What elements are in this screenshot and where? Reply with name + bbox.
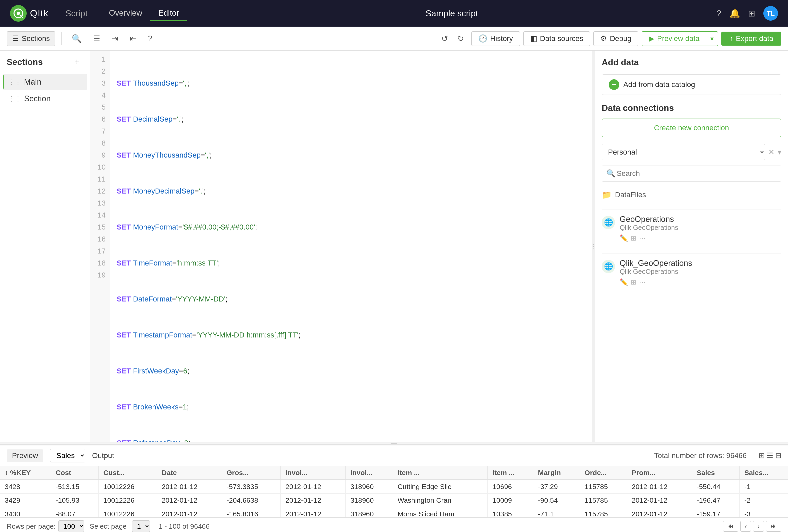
qlik-logo-icon [10, 5, 27, 22]
list-view-icon[interactable]: ☰ [767, 451, 773, 460]
filter-select[interactable]: Personal [602, 144, 765, 160]
preview-label[interactable]: Preview [7, 449, 43, 462]
table-view-icon[interactable]: ⊟ [775, 451, 781, 460]
datasources-button[interactable]: ◧ Data sources [523, 31, 590, 46]
redo-button[interactable]: ↻ [453, 31, 468, 46]
col-invoi1-header[interactable]: Invoi... [281, 466, 346, 480]
avatar[interactable]: TL [763, 6, 778, 21]
col-cust-header[interactable]: Cust... [99, 466, 157, 480]
col-orde-header[interactable]: Orde... [580, 466, 627, 480]
col-invoi2-header[interactable]: Invoi... [346, 466, 393, 480]
table-cell: -165.8016 [222, 507, 281, 518]
table-cell: Moms Sliced Ham [393, 507, 488, 518]
help-button[interactable]: ? [144, 31, 156, 46]
table-cell: -71.1 [533, 507, 580, 518]
last-page-btn[interactable]: ⏭ [766, 521, 781, 532]
output-label: Output [92, 451, 114, 460]
geooperations-section: 🌐 GeoOperations Qlik GeoOperations ✏️ ⊞ … [602, 209, 781, 247]
section-label: Section [24, 94, 51, 103]
col-date-header[interactable]: Date [157, 466, 222, 480]
nav-editor[interactable]: Editor [150, 6, 187, 21]
conn-more-icon-2[interactable]: ⋯ [639, 278, 646, 286]
preview-dropdown-button[interactable]: ▾ [706, 31, 718, 46]
rows-per-page-select[interactable]: 100 [58, 520, 84, 532]
page-select[interactable]: 1 [132, 520, 150, 532]
folder-icon: 📁 [602, 190, 612, 200]
preview-data-button[interactable]: ▶ Preview data [642, 31, 706, 46]
col-key-header: %KEY [10, 469, 31, 476]
table-row: 3428-513.15100122262012-01-12-573.383520… [0, 480, 788, 494]
conn-more-icon[interactable]: ⋯ [639, 234, 646, 242]
search-input[interactable] [602, 166, 781, 182]
datasources-icon: ◧ [530, 34, 537, 43]
indent-button[interactable]: ⇥ [108, 31, 122, 46]
sections-button[interactable]: ☰ Sections [7, 31, 55, 46]
conn-select-icon[interactable]: ⊞ [631, 234, 636, 242]
table-cell: -159.17 [692, 507, 739, 518]
col-salesx-header[interactable]: Sales... [740, 466, 788, 480]
filter-clear-icon[interactable]: ✕ [768, 148, 774, 157]
sidebar-item-section[interactable]: ⋮⋮ Section [3, 90, 87, 107]
bell-icon[interactable]: 🔔 [729, 8, 740, 19]
search-button[interactable]: 🔍 [68, 31, 86, 46]
datafiles-header[interactable]: 📁 DataFiles [602, 187, 781, 203]
view-icons: ⊞ ☰ ⊟ [759, 451, 781, 460]
sections-icon: ☰ [12, 34, 19, 43]
outdent-button[interactable]: ⇤ [126, 31, 140, 46]
vertical-resize-handle[interactable]: ⋮ [592, 50, 595, 442]
code-content[interactable]: SET ThousandSep=','; SET DecimalSep='.';… [110, 50, 592, 442]
table-cell: -573.3835 [222, 480, 281, 494]
active-indicator [3, 75, 4, 89]
datafiles-label: DataFiles [615, 190, 646, 199]
table-cell: 3429 [0, 494, 51, 507]
undo-button[interactable]: ↺ [437, 31, 452, 46]
col-prom-header[interactable]: Prom... [627, 466, 692, 480]
next-page-btn[interactable]: › [753, 521, 764, 532]
history-button[interactable]: 🕐 History [471, 31, 520, 46]
col-gros-header[interactable]: Gros... [222, 466, 281, 480]
col-sort-icon[interactable]: ↕ %KEY [0, 466, 51, 480]
conn-select-icon-2[interactable]: ⊞ [631, 278, 636, 286]
conn-edit-icon[interactable]: ✏️ [620, 234, 628, 242]
add-data-title: Add data [602, 57, 781, 68]
conn-edit-icon-2[interactable]: ✏️ [620, 278, 628, 286]
col-item1-header[interactable]: Item ... [393, 466, 488, 480]
table-cell: 2012-01-12 [281, 507, 346, 518]
toolbar-separator-1 [61, 32, 62, 45]
table-cell: -513.15 [51, 480, 98, 494]
col-margin-header[interactable]: Margin [533, 466, 580, 480]
create-connection-button[interactable]: Create new connection [602, 119, 781, 137]
qlik-logo: Qlik [10, 5, 49, 22]
preview-table: ↕ %KEY Cost Cust... Date Gros... Invoi..… [0, 466, 788, 517]
add-catalog-button[interactable]: + Add from data catalog [602, 74, 781, 95]
table-cell: -1 [740, 480, 788, 494]
table-cell: 115785 [580, 480, 627, 494]
export-button[interactable]: ↑ Export data [721, 32, 781, 46]
col-item2-header[interactable]: Item ... [488, 466, 533, 480]
col-cost-header[interactable]: Cost [51, 466, 98, 480]
code-editor[interactable]: 12345 678910 1112131415 16171819 SET Tho… [90, 50, 592, 442]
script-label: Script [65, 8, 87, 19]
datafiles-section: 📁 DataFiles [602, 187, 781, 203]
grid-view-icon[interactable]: ⊞ [759, 451, 765, 460]
conn-info-geooperations: GeoOperations Qlik GeoOperations ✏️ ⊞ ⋯ [620, 214, 781, 242]
table-cell: -3 [740, 507, 788, 518]
horizontal-resize-handle[interactable]: — [0, 442, 788, 445]
sidebar: Sections + ⋮⋮ Main 🗑 ⋮⋮ Section [0, 50, 90, 442]
first-page-btn[interactable]: ⏮ [723, 521, 738, 532]
table-select[interactable]: Sales [50, 449, 85, 463]
debug-button[interactable]: ⚙ Debug [593, 31, 638, 46]
grid-icon[interactable]: ⊞ [748, 8, 755, 19]
table-cell: 2012-01-12 [627, 494, 692, 507]
nav-overview[interactable]: Overview [101, 6, 150, 21]
add-section-button[interactable]: + [71, 56, 83, 68]
qlik-wordmark: Qlik [30, 8, 49, 19]
prev-page-btn[interactable]: ‹ [740, 521, 751, 532]
help-icon[interactable]: ? [717, 8, 721, 19]
sidebar-title: Sections [7, 57, 43, 67]
col-sales-header[interactable]: Sales [692, 466, 739, 480]
sidebar-item-main[interactable]: ⋮⋮ Main 🗑 [3, 74, 87, 90]
outline-button[interactable]: ☰ [89, 31, 104, 46]
filter-dropdown-icon[interactable]: ▾ [778, 148, 781, 157]
select-page-label: Select page [90, 522, 127, 530]
